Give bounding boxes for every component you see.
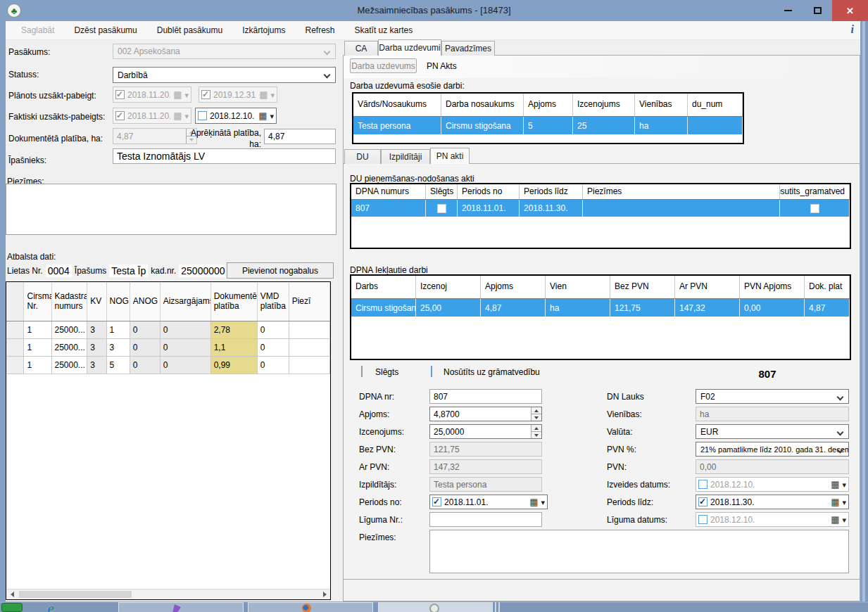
table-row-selected[interactable]: Testa persona Cirsmu stigošana 5 25 ha [353,117,743,134]
valuta-combo[interactable]: EUR [696,424,849,439]
nosutits-checkbox[interactable] [431,366,432,377]
cell[interactable]: 0 [130,321,161,338]
cell[interactable]: 3 [87,321,106,338]
darba-uzdevums-button[interactable]: Darba uzdevums [350,58,417,73]
col-periods-lidz[interactable]: Periods līdz [520,184,583,199]
col-anog[interactable]: ANOG [130,282,161,321]
col-darba-nosaukums[interactable]: Darba nosaukums [441,94,524,116]
scrollbar-thumb[interactable] [19,591,132,598]
cell[interactable]: ha [635,117,688,134]
planots-from-datepicker[interactable]: 2018.11.20. [113,87,191,103]
col-cirsmas-nr[interactable]: Cirsmas Nr. [24,282,51,321]
tab-izpilditaji[interactable]: Izpildītāji [381,149,430,164]
cell[interactable]: 2018.11.30. [520,200,583,217]
cell[interactable]: 25000... [52,357,88,374]
dok-platiba-spinner[interactable]: 4,87 [113,128,197,144]
slegts-checkbox[interactable] [361,366,363,377]
cell[interactable]: Cirsmu stigošana [441,117,524,134]
cell[interactable]: 0 [258,357,289,374]
cell[interactable]: 4,87 [805,299,850,317]
cell[interactable] [688,117,743,134]
cell[interactable]: 0 [130,339,161,356]
taskbar-start-icon[interactable] [1,603,23,612]
cell[interactable]: 5 [524,117,573,134]
faktiski-to-datepicker[interactable]: 2018.12.10. [195,108,277,124]
row-selector[interactable] [6,339,24,356]
col-dpna-numurs[interactable]: DPNA numurs [351,184,426,199]
cell[interactable]: 0 [161,357,211,374]
cell[interactable]: 0 [130,357,161,374]
cell[interactable]: 2,78 [211,321,258,338]
taskbar-button-active[interactable] [378,602,493,612]
cell[interactable] [780,200,850,217]
darbi-table[interactable]: Vārds/Nosaukums Darba nosaukums Apjoms I… [352,92,744,144]
apjoms-spinner[interactable]: 4,8700 [429,407,542,421]
minimize-button[interactable] [773,0,803,21]
dpna-nr-input[interactable]: 807 [429,389,542,404]
cell[interactable] [289,357,330,374]
col-du-num[interactable]: du_num [688,94,743,116]
cell[interactable]: 0 [161,339,211,356]
col-dok-plat[interactable]: Dok. plat [805,276,850,298]
cell[interactable]: 5 [107,357,130,374]
cell[interactable]: 807 [351,200,426,217]
col-vmd-platiba[interactable]: VMD platība [258,282,289,321]
menu-saglabat[interactable]: Saglabāt [11,21,64,40]
col-darbs[interactable]: Darbs [351,276,416,298]
table-row-selected[interactable]: Cirsmu stigošana 25,00 4,87 ha 121,75 14… [351,299,850,317]
cell[interactable] [289,321,330,338]
menu-dzest-pasakumu[interactable]: Dzēst pasākumu [64,21,146,40]
col-aizsargajams[interactable]: Aizsargājams [161,282,211,321]
tab-darba-uzdevumi[interactable]: Darba uzdevumi [378,39,441,56]
checkbox-unchecked-icon[interactable] [698,515,707,524]
pn-akts-label[interactable]: PN Akts [427,61,457,71]
cell[interactable]: 3 [87,357,106,374]
spinner-buttons[interactable] [531,425,541,438]
cell[interactable]: 25,00 [416,299,481,317]
col-bez-pvn[interactable]: Bez PVN [610,276,675,298]
tab-du[interactable]: DU [344,149,381,164]
tab-pn-akti[interactable]: PN akti [430,148,470,164]
cell[interactable]: ha [546,299,610,317]
col-vien[interactable]: Vien [546,276,610,298]
col-piezimes[interactable]: Piezī [289,282,330,321]
nogabali-grid[interactable]: Cirsmas Nr. Kadastra numurs KV NOG ANOG … [6,281,331,600]
row-selector[interactable] [6,357,24,374]
grid-row-1[interactable]: 1 25000... 3 1 0 0 2,78 0 [6,321,330,339]
cell[interactable]: 1,1 [211,339,258,356]
cell[interactable]: 121,75 [610,299,675,317]
cell[interactable]: 25 [573,117,635,134]
col-apjoms[interactable]: Apjoms [524,94,573,116]
pasakums-combo[interactable]: 002 Apsekošana [113,44,336,59]
grid-row-2[interactable]: 1 25000... 3 3 0 0 1,1 0 [6,339,330,357]
scroll-right-button[interactable] [319,589,330,599]
cell[interactable]: 25000... [52,321,88,338]
col-nosutits-gramatved[interactable]: nosutits_gramatved [780,184,850,199]
scroll-left-button[interactable] [6,589,18,599]
izcenojums-spinner[interactable]: 25,0000 [429,424,542,439]
cell[interactable]: 25000... [52,339,88,356]
cell[interactable]: 1 [24,339,51,356]
cell[interactable]: 1 [24,321,51,338]
menu-izkartojums[interactable]: Izkārtojums [232,21,295,40]
faktiski-from-datepicker[interactable]: 2018.11.20. [113,108,191,124]
cell[interactable]: 2018.11.01. [458,200,520,217]
grid-row-3[interactable]: 1 25000... 3 5 0 0 0,99 0 [6,357,330,374]
taskbar-button-1[interactable] [118,602,244,612]
col-kadastra-numurs[interactable]: Kadastra numurs [52,282,88,321]
cell[interactable]: 0 [258,321,289,338]
cell[interactable] [289,339,330,356]
planots-to-datepicker[interactable]: 2019.12.31. [199,87,277,103]
checkbox-unchecked-icon[interactable] [437,204,446,213]
col-apjoms[interactable]: Apjoms [481,276,546,298]
cell[interactable]: 0 [258,339,289,356]
cell[interactable] [583,200,780,217]
col-slegts[interactable]: Slēgts [426,184,458,199]
horizontal-scrollbar[interactable] [6,589,330,599]
cell[interactable]: 3 [87,339,106,356]
row-selector[interactable] [6,321,24,338]
col-nog[interactable]: NOG [107,282,130,321]
maximize-button[interactable] [803,0,832,21]
ipasnieks-input[interactable]: Testa Iznomātājs LV [113,148,336,164]
liguma-nr-input[interactable] [429,512,542,527]
